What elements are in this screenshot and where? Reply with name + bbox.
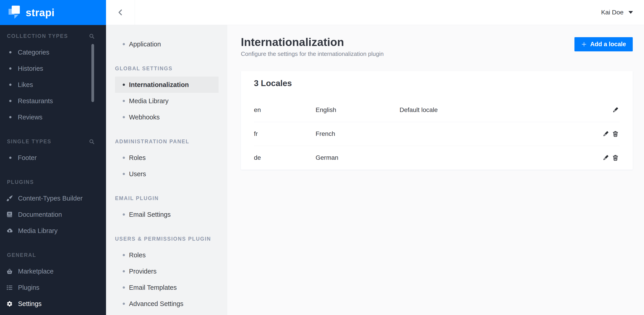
section-general: GENERAL Marketplace Plugins Settings (0, 247, 106, 312)
locale-default-badge: Default locale (400, 106, 612, 114)
section-label-plugins: PLUGINS (7, 179, 34, 185)
sidebar-item-categories[interactable]: Categories (0, 44, 106, 60)
settings-nav-internationalization[interactable]: Internationalization (115, 77, 218, 93)
bullet-icon (123, 43, 125, 45)
chevron-left-icon (117, 8, 124, 17)
sidebar-item-histories[interactable]: Histories (0, 60, 106, 77)
locale-code: en (254, 106, 316, 114)
main-sidebar: strapi COLLECTION TYPES Categories Histo… (0, 0, 106, 315)
bullet-icon (123, 100, 125, 102)
pencil-icon (602, 130, 609, 137)
locale-name: French (316, 130, 400, 137)
plus-icon (581, 42, 587, 47)
sidebar-menu: COLLECTION TYPES Categories Histories Li… (0, 25, 106, 312)
section-single-types: SINGLE TYPES Footer (0, 133, 106, 166)
user-menu[interactable]: Kai Doe (601, 9, 633, 16)
page-title: Internationalization (241, 36, 633, 49)
section-label-collection-types: COLLECTION TYPES (7, 33, 68, 39)
settings-nav-header-administration-panel: ADMINISTRATION PANEL (106, 133, 227, 150)
bullet-icon (9, 100, 12, 102)
add-locale-button[interactable]: Add a locale (574, 37, 633, 51)
settings-nav-header-email-plugin: EMAIL PLUGIN (106, 190, 227, 206)
locale-code: de (254, 154, 316, 161)
sidebar-item-settings[interactable]: Settings (0, 296, 106, 312)
list-icon (6, 284, 13, 291)
bullet-icon (123, 116, 125, 118)
bullet-icon (123, 254, 125, 256)
trash-icon (612, 130, 619, 137)
settings-nav-email-settings[interactable]: Email Settings (115, 206, 218, 223)
paintbrush-icon (6, 195, 13, 202)
bullet-icon (123, 270, 125, 272)
delete-locale-button[interactable] (612, 154, 619, 161)
locales-card: 3 Locales en English Default locale fr F… (241, 71, 633, 170)
strapi-logo[interactable]: strapi (0, 0, 106, 25)
bullet-icon (9, 116, 12, 118)
strapi-logo-icon (8, 5, 21, 20)
settings-nav-admin-roles[interactable]: Roles (115, 150, 218, 166)
top-bar: Kai Doe (106, 0, 644, 25)
edit-locale-button[interactable] (602, 154, 609, 161)
bullet-icon (123, 157, 125, 159)
page-subtitle: Configure the settings for the internati… (241, 51, 633, 58)
sidebar-item-reviews[interactable]: Reviews (0, 109, 106, 125)
gear-icon (6, 300, 13, 307)
sidebar-item-plugins[interactable]: Plugins (0, 279, 106, 296)
locale-name: German (316, 154, 400, 161)
bullet-icon (123, 213, 125, 216)
strapi-logo-text: strapi (26, 8, 54, 18)
locales-card-title: 3 Locales (254, 78, 620, 89)
sidebar-scrollbar-thumb[interactable] (92, 44, 94, 102)
search-icon[interactable] (89, 33, 95, 39)
bullet-icon (123, 84, 125, 86)
settings-nav-advanced-settings[interactable]: Advanced Settings (115, 296, 218, 312)
back-button[interactable] (106, 0, 135, 25)
book-icon (6, 211, 13, 218)
sidebar-item-content-types-builder[interactable]: Content-Types Builder (0, 190, 106, 206)
user-name: Kai Doe (601, 9, 624, 16)
sidebar-item-documentation[interactable]: Documentation (0, 206, 106, 223)
sidebar-item-likes[interactable]: Likes (0, 77, 106, 93)
bullet-icon (9, 51, 12, 53)
sidebar-item-marketplace[interactable]: Marketplace (0, 263, 106, 279)
delete-locale-button[interactable] (612, 130, 619, 137)
settings-nav-media-library[interactable]: Media Library (115, 93, 218, 109)
search-icon[interactable] (89, 139, 95, 145)
settings-nav-email-templates[interactable]: Email Templates (115, 279, 218, 296)
trash-icon (612, 154, 619, 161)
sidebar-item-restaurants[interactable]: Restaurants (0, 93, 106, 109)
bullet-icon (123, 286, 125, 289)
sidebar-item-media-library[interactable]: Media Library (0, 223, 106, 239)
section-label-single-types: SINGLE TYPES (7, 139, 51, 145)
settings-nav-header-global-settings: GLOBAL SETTINGS (106, 60, 227, 77)
basket-icon (6, 268, 13, 275)
main-content: Internationalization Configure the setti… (227, 25, 644, 315)
settings-nav-admin-users[interactable]: Users (115, 166, 218, 182)
sidebar-item-footer[interactable]: Footer (0, 150, 106, 166)
settings-nav-up-roles[interactable]: Roles (115, 247, 218, 263)
pencil-icon (602, 154, 609, 161)
bullet-icon (9, 84, 12, 86)
section-label-general: GENERAL (7, 252, 36, 258)
section-plugins: PLUGINS Content-Types Builder Documentat… (0, 174, 106, 239)
edit-locale-button[interactable] (612, 107, 619, 113)
settings-nav-providers[interactable]: Providers (115, 263, 218, 279)
locale-code: fr (254, 130, 316, 137)
bullet-icon (123, 173, 125, 175)
caret-down-icon (628, 11, 633, 14)
settings-nav-webhooks[interactable]: Webhooks (115, 109, 218, 125)
settings-subnav: Application GLOBAL SETTINGS Internationa… (106, 25, 227, 315)
cloud-upload-icon (6, 228, 13, 234)
locale-name: English (316, 106, 400, 114)
settings-nav-header-users-permissions-plugin: USERS & PERMISSIONS PLUGIN (106, 231, 227, 247)
bullet-icon (123, 302, 125, 305)
locale-row-en[interactable]: en English Default locale (241, 98, 633, 122)
pencil-icon (612, 107, 619, 113)
bullet-icon (9, 157, 12, 159)
edit-locale-button[interactable] (602, 130, 609, 137)
locale-row-fr[interactable]: fr French (241, 122, 633, 146)
locale-row-de[interactable]: de German (241, 146, 633, 170)
settings-nav-application[interactable]: Application (115, 36, 218, 52)
bullet-icon (9, 67, 12, 70)
section-collection-types: COLLECTION TYPES Categories Histories Li… (0, 28, 106, 125)
